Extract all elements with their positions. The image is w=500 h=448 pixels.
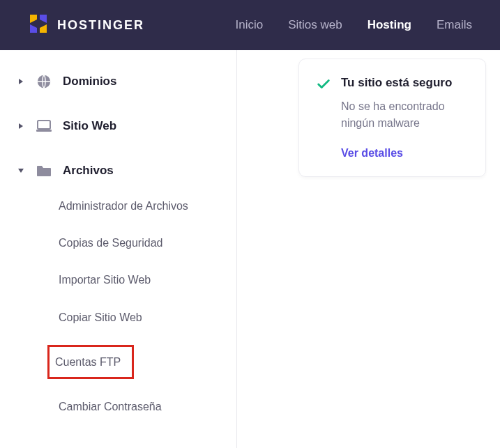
brand-logo[interactable]: HOSTINGER (28, 13, 144, 37)
sidebar-item-copiar-sitio-web[interactable]: Copiar Sitio Web (53, 308, 148, 327)
sidebar-label-archivos: Archivos (63, 164, 114, 178)
nav-inicio[interactable]: Inicio (236, 18, 264, 32)
sidebar-item-administrador-archivos[interactable]: Administrador de Archivos (53, 196, 194, 215)
nav-sitios-web[interactable]: Sitios web (288, 18, 342, 32)
chevron-down-icon (17, 167, 25, 175)
sidebar-header-sitio-web[interactable]: Sitio Web (17, 117, 220, 135)
top-nav: Inicio Sitios web Hosting Emails (236, 18, 472, 32)
laptop-icon (35, 117, 53, 135)
sidebar-item-cuentas-ftp[interactable]: Cuentas FTP (47, 345, 134, 379)
card-header: Tu sitio está seguro No se ha encontrado… (316, 75, 469, 160)
sidebar: Dominios Sitio Web (0, 50, 237, 448)
folder-icon (35, 162, 53, 180)
sidebar-section-archivos: Archivos Administrador de Archivos Copia… (17, 162, 220, 416)
sidebar-header-dominios[interactable]: Dominios (17, 72, 220, 91)
main: Tu sitio está seguro No se ha encontrado… (237, 50, 500, 448)
sidebar-item-cambiar-contrasena[interactable]: Cambiar Contraseña (53, 397, 167, 416)
content: Dominios Sitio Web (0, 50, 500, 448)
security-status-card: Tu sitio está seguro No se ha encontrado… (298, 59, 486, 177)
nav-hosting[interactable]: Hosting (368, 18, 411, 32)
globe-icon (35, 72, 53, 91)
sidebar-section-dominios: Dominios (17, 72, 220, 91)
chevron-right-icon (17, 122, 25, 130)
nav-emails[interactable]: Emails (437, 18, 472, 32)
sidebar-item-copias-seguridad[interactable]: Copias de Seguridad (53, 233, 168, 252)
svg-rect-1 (38, 121, 50, 129)
chevron-right-icon (17, 77, 25, 86)
svg-rect-2 (36, 130, 52, 132)
sidebar-label-dominios: Dominios (63, 75, 116, 88)
sidebar-sublist-archivos: Administrador de Archivos Copias de Segu… (53, 196, 220, 416)
sidebar-section-sitio-web: Sitio Web (17, 117, 220, 135)
checkmark-icon (316, 77, 331, 95)
security-card-title: Tu sitio está seguro (341, 75, 469, 91)
brand-name: HOSTINGER (57, 18, 144, 33)
security-card-subtitle: No se ha encontrado ningún malware (341, 98, 469, 132)
ver-detalles-link[interactable]: Ver detalles (341, 147, 469, 160)
sidebar-item-importar-sitio-web[interactable]: Importar Sitio Web (53, 270, 156, 289)
sidebar-header-archivos[interactable]: Archivos (17, 162, 220, 180)
topbar: HOSTINGER Inicio Sitios web Hosting Emai… (0, 0, 500, 50)
hostinger-logo-icon (28, 13, 49, 37)
sidebar-label-sitio-web: Sitio Web (63, 119, 116, 133)
